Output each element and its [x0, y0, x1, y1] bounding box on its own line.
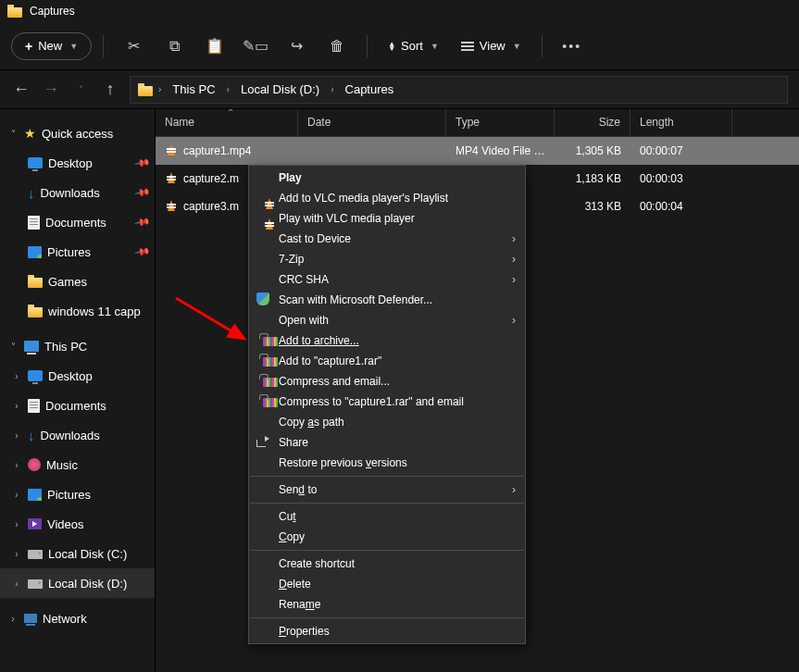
sidebar-quick-access[interactable]: ˅ ★ Quick access [0, 118, 155, 148]
ctx-open-with[interactable]: Open with › [249, 310, 525, 330]
sidebar-item-documents[interactable]: › Documents [0, 391, 155, 420]
ctx-add-rar[interactable]: Add to "capture1.rar" [249, 351, 525, 371]
vlc-icon [165, 144, 178, 157]
sidebar-item-label: Desktop [48, 156, 93, 170]
ctx-add-archive[interactable]: Add to archive... [249, 330, 525, 351]
ctx-add-playlist[interactable]: Add to VLC media player's Playlist [249, 188, 525, 208]
ctx-rename[interactable]: Rename [249, 594, 525, 615]
chevron-right-icon: › [7, 614, 19, 624]
sidebar-item-disk-c[interactable]: › Local Disk (C:) [0, 539, 155, 568]
sidebar-item-desktop[interactable]: › Desktop [0, 361, 155, 391]
sidebar-item-pictures[interactable]: › Pictures [0, 479, 155, 509]
ctx-cast[interactable]: Cast to Device › [249, 229, 525, 249]
ctx-cut[interactable]: Cut [249, 506, 525, 527]
ctx-play[interactable]: Play [249, 168, 525, 188]
chevron-right-icon: › [512, 232, 516, 245]
titlebar: Captures [0, 0, 799, 22]
rename-icon[interactable]: ✎▭ [237, 37, 274, 55]
cut-icon[interactable]: ✂ [115, 37, 152, 55]
music-icon [28, 458, 41, 471]
column-headers: Name ⌃ Date Type Size Length [156, 109, 799, 137]
column-name[interactable]: Name ⌃ [156, 109, 298, 136]
separator [250, 550, 524, 551]
up-chevron-icon[interactable]: ˅ [70, 84, 91, 94]
winrar-icon [255, 333, 271, 349]
ctx-delete[interactable]: Delete [249, 574, 525, 594]
sidebar-item-videos[interactable]: › Videos [0, 509, 155, 539]
view-label: View [480, 39, 506, 53]
col-label: Name [165, 116, 194, 129]
download-icon: ↓ [28, 185, 35, 201]
disk-icon [28, 579, 43, 589]
file-size: 1,305 KB [555, 144, 630, 157]
winrar-icon [255, 354, 271, 369]
sidebar-item-games[interactable]: Games [0, 267, 155, 296]
winrar-icon [255, 394, 271, 410]
ctx-defender[interactable]: Scan with Microsoft Defender... [249, 290, 525, 310]
video-icon [28, 518, 42, 529]
column-size[interactable]: Size [555, 109, 630, 136]
chevron-right-icon: › [227, 84, 230, 94]
sidebar-item-pictures[interactable]: Pictures 📌 [0, 237, 155, 267]
chevron-right-icon: › [158, 84, 161, 94]
file-length: 00:00:04 [630, 200, 732, 213]
chevron-down-icon: ▼ [513, 42, 521, 51]
ctx-7zip[interactable]: 7-Zip › [249, 249, 525, 269]
chevron-right-icon: › [11, 549, 22, 559]
breadcrumb[interactable]: › This PC › Local Disk (D:) › Captures [130, 76, 788, 104]
sidebar-item-desktop[interactable]: Desktop 📌 [0, 148, 155, 178]
column-type[interactable]: Type [446, 109, 555, 136]
chevron-right-icon: › [11, 371, 22, 381]
back-button[interactable]: ← [11, 80, 31, 99]
sidebar-item-music[interactable]: › Music [0, 450, 155, 479]
column-length[interactable]: Length [630, 109, 732, 136]
more-button[interactable]: ••• [554, 39, 591, 54]
pin-icon: 📌 [134, 184, 152, 202]
crumb-disk-d[interactable]: Local Disk (D:) [235, 81, 325, 98]
sidebar-network[interactable]: › Network [0, 604, 155, 633]
file-size: 1,183 KB [555, 172, 630, 185]
pin-icon: 📌 [134, 243, 152, 261]
up-button[interactable]: ↑ [100, 80, 120, 99]
vlc-icon [165, 172, 178, 185]
folder-icon [28, 305, 43, 317]
sidebar-item-disk-d[interactable]: › Local Disk (D:) [0, 568, 155, 598]
sidebar-item-downloads[interactable]: ↓ Downloads 📌 [0, 178, 155, 207]
delete-icon[interactable]: 🗑 [318, 38, 356, 55]
ctx-copy-path[interactable]: Copy as path [249, 412, 525, 432]
ctx-copy[interactable]: Copy [249, 527, 525, 547]
ctx-properties[interactable]: Properties [249, 621, 525, 641]
sidebar-item-documents[interactable]: Documents 📌 [0, 207, 155, 237]
ctx-send-to[interactable]: Send to › [249, 479, 525, 500]
view-button[interactable]: View ▼ [452, 39, 531, 53]
sidebar-item-win11[interactable]: windows 11 capptures [0, 296, 155, 326]
document-icon [28, 216, 40, 230]
ctx-crc[interactable]: CRC SHA › [249, 269, 525, 290]
ctx-compress-email[interactable]: Compress and email... [249, 371, 525, 392]
addressbar: ← → ˅ ↑ › This PC › Local Disk (D:) › Ca… [0, 70, 799, 109]
crumb-this-pc[interactable]: This PC [167, 81, 220, 98]
ctx-compress-rar-email[interactable]: Compress to "capture1.rar" and email [249, 392, 525, 412]
sidebar-item-label: windows 11 capptures [48, 305, 141, 318]
desktop-icon [28, 157, 43, 168]
paste-icon[interactable]: 📋 [196, 37, 233, 55]
ctx-restore[interactable]: Restore previous versions [249, 453, 525, 473]
ctx-shortcut[interactable]: Create shortcut [249, 554, 525, 574]
disk-icon [28, 550, 43, 559]
ctx-play-vlc[interactable]: Play with VLC media player [249, 208, 525, 229]
ctx-label: Rename [279, 598, 320, 611]
separator [250, 503, 524, 504]
share-icon[interactable]: ↪ [278, 37, 315, 55]
copy-icon[interactable]: ⧉ [156, 38, 193, 55]
sidebar-label: Network [43, 612, 87, 626]
sidebar-item-downloads[interactable]: › ↓ Downloads [0, 420, 155, 450]
ctx-share[interactable]: Share [249, 432, 525, 453]
forward-button[interactable]: → [41, 80, 61, 99]
file-row[interactable]: capture1.mp4 MP4 Video File (V... 1,305 … [156, 137, 799, 165]
sidebar-this-pc[interactable]: ˅ This PC [0, 331, 155, 361]
new-button[interactable]: + New ▼ [11, 32, 92, 60]
crumb-captures[interactable]: Captures [340, 81, 400, 98]
sort-button[interactable]: ▲▼ Sort ▼ [379, 39, 448, 53]
ctx-label: Share [279, 436, 308, 449]
column-date[interactable]: Date [298, 109, 446, 136]
